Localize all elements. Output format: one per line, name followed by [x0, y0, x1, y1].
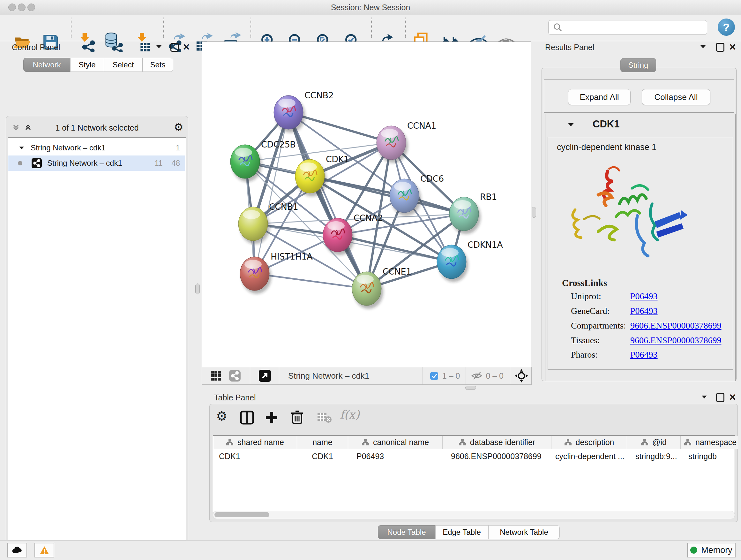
memory-button[interactable]: Memory [687, 543, 736, 557]
help-button[interactable]: ? [718, 18, 735, 36]
column-header-namespace[interactable]: namespace [681, 436, 738, 449]
show-columns-icon[interactable] [240, 411, 254, 425]
table-cell[interactable]: P06493 [348, 449, 442, 463]
crosslink-label: Uniprot: [571, 291, 601, 301]
tab-select[interactable]: Select [104, 58, 142, 72]
control-panel-float-icon[interactable] [171, 43, 179, 53]
selected-checkbox-icon[interactable] [430, 372, 439, 380]
uniprot-link[interactable]: P06493 [630, 291, 658, 301]
tab-network[interactable]: Network [23, 58, 70, 72]
network-list: String Network – cdk1 1 String Network –… [8, 137, 186, 560]
column-header-canonical-name[interactable]: canonical name [348, 436, 443, 449]
network-node-hist1h1a[interactable] [240, 257, 271, 294]
network-node-cdk1[interactable] [295, 159, 327, 196]
network-node-cdc6[interactable] [390, 179, 421, 216]
table-cell[interactable]: stringdb [681, 449, 735, 463]
gene-card-body: cyclin-dependent kinase 1 [548, 137, 733, 370]
tissues-link[interactable]: 9606.ENSP00000378699 [630, 335, 721, 346]
table-panel-menu-icon[interactable] [701, 394, 708, 399]
crosslink-label: Pharos: [571, 350, 598, 360]
column-header-database-identifier[interactable]: database identifier [443, 436, 551, 449]
network-node-ccne1[interactable] [352, 272, 383, 309]
memory-label: Memory [701, 545, 732, 555]
network-graph[interactable]: CCNB2CCNA1CDC25BCDK1CDC6RB1CCNB1CCNA2CDK… [202, 42, 531, 367]
warnings-button[interactable] [35, 543, 54, 557]
tab-style[interactable]: Style [70, 58, 104, 72]
network-node-cdkn1a[interactable] [437, 245, 468, 282]
network-node-ccnb2[interactable] [274, 96, 305, 132]
crosslink-label: Tissues: [571, 335, 600, 346]
genecard-link[interactable]: P06493 [630, 306, 658, 316]
table-gear-icon[interactable]: ⚙ [216, 409, 227, 423]
add-column-icon[interactable] [265, 411, 279, 425]
crosshair-icon[interactable] [515, 369, 528, 382]
open-in-window-icon[interactable] [259, 369, 271, 382]
network-view-title: String Network – cdk1 [288, 371, 369, 381]
gene-card: CDK1 cyclin-dependent kinase 1 [545, 114, 736, 381]
results-panel: Results Panel ✕ String Expand All Collap… [540, 41, 741, 385]
table-cell[interactable]: cyclin-dependent ... [551, 449, 627, 463]
hidden-eye-slash-icon[interactable] [471, 371, 482, 381]
network-node-ccna1[interactable] [377, 126, 408, 163]
node-label-cdc6: CDC6 [420, 174, 444, 184]
network-edge-count: 48 [172, 159, 180, 168]
compartments-link[interactable]: 9606.ENSP00000378699 [630, 320, 721, 331]
search-input[interactable] [565, 23, 707, 32]
tab-sets[interactable]: Sets [142, 58, 173, 72]
tab-node-table[interactable]: Node Table [378, 525, 435, 539]
search-field[interactable] [548, 20, 707, 35]
column-header-id[interactable]: @id [627, 436, 681, 449]
column-header-name[interactable]: name [297, 436, 348, 449]
control-panel-menu-icon[interactable] [155, 44, 162, 49]
control-panel-close-icon[interactable]: ✕ [183, 43, 190, 52]
column-header-description[interactable]: description [551, 436, 627, 449]
results-buttons-box: Expand All Collapse All [544, 79, 734, 113]
function-builder-icon[interactable]: f(x) [340, 408, 360, 421]
network-node-ccna2[interactable] [323, 218, 354, 255]
toolbar-separator [163, 17, 164, 38]
expand-all-button[interactable]: Expand All [568, 89, 630, 105]
gene-card-collapse-icon[interactable] [567, 122, 575, 127]
share-view-icon[interactable] [229, 370, 241, 382]
network-row[interactable]: String Network – cdk1 11 48 [8, 155, 185, 171]
pharos-link[interactable]: P06493 [630, 350, 658, 360]
table-cell[interactable]: CDK1 [297, 449, 348, 463]
network-selection-status: 1 of 1 Network selected [6, 123, 188, 132]
crosslink-row: Tissues: 9606.ENSP00000378699 [548, 335, 733, 350]
table-panel-float-icon[interactable] [716, 393, 724, 403]
gear-icon[interactable]: ⚙ [174, 121, 184, 133]
network-node-cdc25b[interactable] [230, 145, 262, 182]
results-panel-float-icon[interactable] [716, 43, 724, 53]
delete-column-icon[interactable] [290, 410, 304, 425]
network-status-dot [18, 161, 22, 165]
collapse-all-button[interactable]: Collapse All [642, 89, 711, 105]
table-cell[interactable]: 9606.ENSP00000378699 [443, 449, 551, 463]
tab-network-table[interactable]: Network Table [488, 525, 560, 539]
table-panel-close-icon[interactable]: ✕ [729, 393, 736, 402]
results-panel-title: Results Panel [545, 43, 594, 52]
network-edge[interactable] [288, 112, 367, 289]
network-canvas[interactable]: CCNB2CCNA1CDC25BCDK1CDC6RB1CCNB1CCNA2CDK… [202, 42, 531, 367]
left-splitter-handle[interactable] [195, 284, 200, 294]
node-label-cdc25b: CDC25B [261, 139, 295, 149]
tab-edge-table[interactable]: Edge Table [435, 525, 488, 539]
results-panel-close-icon[interactable]: ✕ [729, 43, 736, 52]
cloud-button[interactable] [7, 543, 27, 557]
results-panel-menu-icon[interactable] [699, 44, 706, 49]
tab-string[interactable]: String [620, 58, 656, 72]
column-header-shared-name[interactable]: shared name [213, 436, 297, 449]
right-splitter-handle[interactable] [532, 207, 536, 218]
node-label-ccna2: CCNA2 [354, 213, 383, 223]
title-bar: Session: New Session [0, 0, 741, 15]
table-cell[interactable]: CDK1 [213, 449, 297, 463]
scrollbar-thumb[interactable] [214, 512, 269, 517]
delete-table-icon[interactable] [317, 413, 332, 423]
string-results-box: Expand All Collapse All CDK1 cyclin-depe… [542, 68, 737, 381]
network-node-rb1[interactable] [449, 197, 481, 234]
table-cell[interactable]: stringdb:9... [627, 449, 680, 463]
birds-eye-view-icon[interactable] [210, 370, 222, 381]
horizontal-scrollbar[interactable] [213, 511, 735, 519]
network-collection-row[interactable]: String Network – cdk1 1 [8, 140, 185, 155]
network-edge[interactable] [255, 112, 288, 273]
network-edge[interactable] [255, 273, 367, 289]
